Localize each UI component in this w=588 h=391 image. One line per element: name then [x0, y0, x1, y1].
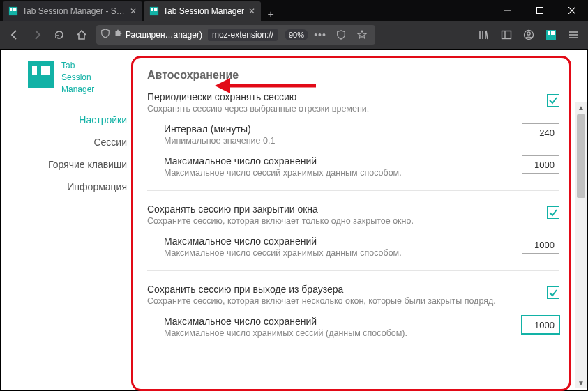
nav-info[interactable]: Информация [17, 176, 127, 198]
scroll-down-icon[interactable]: ▼ [575, 377, 587, 388]
settings-panel: Автосохранение Периодически сохранять се… [131, 56, 571, 391]
zoom-badge[interactable]: 90% [285, 29, 308, 40]
url-text-2: moz-extension:// [208, 29, 278, 41]
divider [147, 270, 559, 271]
browser-toolbar: Расширен…anager) moz-extension:// 90% ••… [0, 21, 588, 49]
page: Tab Session Manager Настройки Сессии Гор… [0, 49, 588, 391]
option-title: Сохранять сессию при закрытии окна [147, 204, 547, 215]
tab-label: Tab Session Manager - Sess [22, 6, 126, 16]
option-desc: Сохраните сессию, которая включает неско… [147, 296, 547, 306]
back-button[interactable] [4, 24, 25, 45]
section-title: Автосохранение [147, 69, 559, 82]
window-controls [492, 0, 588, 21]
nav-settings[interactable]: Настройки [17, 109, 127, 131]
scroll-thumb[interactable] [577, 114, 585, 198]
svg-rect-10 [502, 31, 511, 39]
svg-rect-7 [537, 8, 543, 14]
browser-tab-inactive[interactable]: Tab Session Manager - Sess ✕ [3, 1, 142, 21]
sub-periodic-max: Максимальное число сохранений Максимальн… [164, 155, 559, 178]
nav-sessions[interactable]: Сессии [17, 131, 127, 153]
save-icon [149, 6, 159, 16]
nav-hotkeys[interactable]: Горячие клавиши [17, 153, 127, 176]
main: Автосохранение Периодически сохранять се… [128, 49, 571, 391]
extension-icon [113, 29, 123, 41]
option-window-close: Сохранять сессию при закрытии окна Сохра… [147, 204, 559, 258]
minimize-button[interactable] [492, 0, 524, 21]
svg-rect-22 [37, 66, 41, 75]
app-title-line: Manager [61, 84, 94, 95]
nav: Настройки Сессии Горячие клавиши Информа… [17, 109, 128, 198]
sub-desc: Максимальное число сессий хранимых данны… [164, 168, 522, 178]
maximize-button[interactable] [524, 0, 556, 21]
sub-title: Максимальное число сохранений [164, 236, 522, 247]
divider [147, 190, 559, 191]
checkbox-periodic[interactable] [547, 94, 559, 107]
close-icon[interactable]: ✕ [130, 6, 137, 16]
sub-window-close-max: Максимальное число сохранений Максимальн… [164, 236, 559, 258]
menu-icon[interactable] [563, 24, 584, 45]
app-sidebar: Tab Session Manager Настройки Сессии Гор… [17, 49, 128, 391]
close-icon[interactable]: ✕ [248, 6, 255, 16]
svg-rect-5 [153, 8, 154, 11]
input-interval[interactable]: 240 [522, 123, 559, 141]
svg-point-13 [527, 32, 530, 35]
checkbox-window-close[interactable] [547, 206, 559, 219]
app-logo-icon [27, 60, 56, 89]
input-window-close-max[interactable]: 1000 [522, 236, 559, 254]
option-periodic-save: Периодически сохранять сессию Сохранять … [147, 91, 559, 178]
url-bar[interactable]: Расширен…anager) moz-extension:// 90% ••… [96, 25, 375, 45]
checkbox-browser-exit[interactable] [547, 286, 559, 299]
svg-rect-16 [550, 31, 551, 35]
sub-title: Интервал (минуты) [164, 123, 522, 135]
input-periodic-max[interactable]: 1000 [522, 155, 559, 174]
library-icon[interactable] [474, 24, 495, 45]
sub-title: Максимальное число сохранений [164, 155, 522, 167]
new-tab-button[interactable]: + [261, 8, 280, 21]
app-title-line: Tab [61, 60, 94, 72]
browser-tabs: Tab Session Manager - Sess ✕ Tab Session… [0, 0, 492, 21]
forward-button[interactable] [27, 24, 47, 45]
browser-tab-active[interactable]: Tab Session Manager ✕ [144, 1, 261, 21]
star-icon[interactable] [353, 26, 371, 44]
app-title: Tab Session Manager [61, 60, 94, 95]
close-window-button[interactable] [556, 0, 588, 21]
tab-label: Tab Session Manager [163, 6, 244, 16]
option-desc: Сохраните сессию, которая включает тольк… [147, 216, 547, 226]
option-browser-exit: Сохранить сессию при выходе из браузера … [147, 284, 559, 338]
sub-desc: Максимальное число сессий хранимых данны… [164, 248, 522, 258]
scroll-up-icon[interactable]: ▲ [575, 102, 587, 113]
shield-icon[interactable] [100, 29, 110, 41]
app-title-line: Session [61, 72, 94, 84]
window-titlebar: Tab Session Manager - Sess ✕ Tab Session… [0, 0, 588, 21]
home-button[interactable] [71, 24, 92, 45]
option-title: Периодически сохранять сессию [147, 91, 547, 102]
sub-desc: Минимальное значение 0.1 [164, 136, 522, 146]
vertical-scrollbar[interactable]: ▲ ▼ [575, 102, 587, 388]
option-title: Сохранить сессию при выходе из браузера [147, 284, 547, 295]
sub-title: Максимальное число сохранений [164, 316, 522, 327]
save-icon [8, 6, 18, 16]
sub-browser-exit-max: Максимальное число сохранений Максимальн… [164, 316, 559, 338]
app-header: Tab Session Manager [17, 60, 128, 95]
input-browser-exit-max[interactable]: 1000 [522, 316, 559, 334]
reader-icon[interactable] [332, 26, 350, 44]
option-desc: Сохранять сессию через выбранные отрезки… [147, 104, 547, 114]
save-session-icon[interactable] [541, 24, 561, 45]
sidebar-icon[interactable] [496, 24, 517, 45]
reload-button[interactable] [49, 24, 70, 45]
svg-rect-2 [12, 8, 13, 11]
sub-desc: Максимальное число хранимых сессий (данн… [164, 328, 522, 338]
more-icon[interactable]: ••• [311, 26, 329, 44]
sub-interval: Интервал (минуты) Минимальное значение 0… [164, 123, 559, 146]
url-text-1: Расширен…anager) [126, 30, 202, 40]
account-icon[interactable] [518, 24, 539, 45]
